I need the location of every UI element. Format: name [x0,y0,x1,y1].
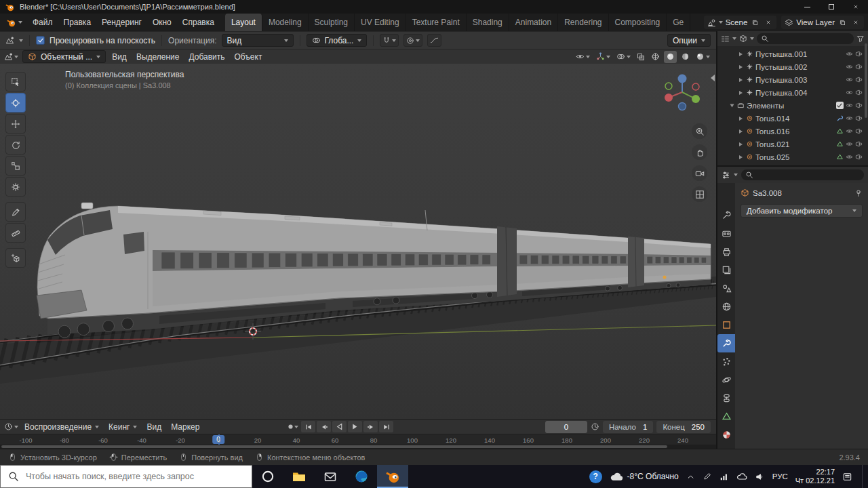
disable-in-render-icon[interactable] [855,140,863,148]
tool-select-box[interactable] [5,72,26,92]
workspace-tab-sculpting[interactable]: Sculpting [309,14,355,31]
properties-tab-world[interactable] [717,298,735,316]
current-frame-field[interactable]: 0 [545,421,587,433]
navigation-gizmo[interactable] [660,70,704,114]
workspace-tab-compositing[interactable]: Compositing [609,14,667,31]
view-layer-selector[interactable]: View Layer [781,16,864,29]
tool-transform[interactable] [5,177,26,197]
hide-in-viewport-icon[interactable] [846,140,853,148]
properties-editor-icon[interactable] [722,171,730,180]
properties-tab-material[interactable] [717,426,735,444]
new-scene-button[interactable] [750,18,760,28]
disable-in-render-icon[interactable] [855,115,863,122]
properties-tab-physics[interactable] [717,371,735,389]
outliner-scrollbar[interactable] [865,43,867,118]
menubar-item[interactable]: Рендеринг [96,14,147,31]
disable-in-render-icon[interactable] [855,76,863,83]
options-dropdown[interactable]: Опции [667,34,711,47]
disclosure-arrow[interactable] [739,117,743,121]
outliner-search[interactable] [757,33,854,44]
hide-in-viewport-icon[interactable] [846,89,853,96]
scene-selector[interactable]: Scene [704,16,777,29]
properties-tab-texture[interactable] [717,444,735,449]
taskbar-app-cortana[interactable] [252,465,283,488]
disclosure-arrow[interactable] [739,155,743,159]
mode-dropdown[interactable]: Объектный ... [22,50,106,63]
viewport-menu-item[interactable]: Добавить [184,49,229,64]
hide-in-viewport-icon[interactable] [846,127,853,135]
tool-cursor[interactable] [5,93,26,113]
workspace-tab-uv-editing[interactable]: UV Editing [355,14,406,31]
taskbar-search[interactable] [0,465,252,488]
workspace-tab-rendering[interactable]: Rendering [558,14,608,31]
workspace-tab-modeling[interactable]: Modeling [262,14,309,31]
workspace-tab-animation[interactable]: Animation [509,14,558,31]
editor-type-icon[interactable] [5,36,14,45]
taskbar-clock[interactable]: 22:17 Чт 02.12.21 [795,468,835,485]
pan-button[interactable] [692,144,707,160]
disable-in-render-icon[interactable] [855,153,863,161]
jump-to-end-button[interactable] [379,421,393,432]
taskbar-app-blender[interactable] [377,465,408,488]
tool-rotate[interactable] [5,135,26,155]
display-mode-icon[interactable] [739,35,747,43]
pivot-point-dropdown[interactable]: Глоба... [307,34,368,47]
blender-menu-button[interactable] [1,18,27,28]
hide-in-viewport-icon[interactable] [846,76,853,83]
show-desktop-strip[interactable] [862,465,865,488]
falloff-button[interactable] [427,34,441,47]
timeline-menu-item[interactable]: Кеинг [104,422,142,432]
camera-view-button[interactable] [692,165,707,181]
xray-toggle[interactable] [635,51,647,63]
disclosure-arrow[interactable] [739,129,743,134]
auto-keying-button[interactable] [285,421,300,432]
network-icon[interactable] [719,472,729,481]
action-center-icon[interactable] [842,472,852,482]
outliner-row[interactable]: Torus.025 [717,150,868,163]
play-reverse-button[interactable] [332,421,347,432]
maximize-button[interactable] [819,0,844,14]
timeline-scrollbar[interactable] [0,445,716,449]
outliner-editor-icon[interactable] [721,35,730,43]
outliner-row[interactable]: Пустышка.001 [717,47,868,60]
timeline-editor-icon[interactable] [4,422,13,431]
workspace-tab-layout[interactable]: Layout [225,14,262,31]
sidebar-collapse-arrow[interactable] [711,75,715,81]
properties-tab-constraints[interactable] [717,389,735,407]
menubar-item[interactable]: Справка [177,14,220,31]
taskbar-app-edge[interactable] [346,465,377,488]
use-preview-range-icon[interactable] [591,422,599,431]
shading-rendered-button[interactable] [694,51,712,63]
help-icon[interactable]: ? [589,470,602,483]
delete-view-layer-button[interactable] [850,18,861,28]
frame-end-field[interactable]: Конец 250 [656,421,711,433]
disable-in-render-icon[interactable] [855,89,863,96]
disclosure-arrow[interactable] [739,52,743,56]
properties-tab-object[interactable] [717,316,735,334]
new-view-layer-button[interactable] [837,18,848,28]
overlays-dropdown[interactable] [614,51,633,63]
disclosure-arrow[interactable] [739,78,743,82]
properties-tab-view-layer[interactable] [717,261,735,279]
outliner-row[interactable]: Элементы [717,99,868,112]
timeline-menu-item[interactable]: Вид [142,422,166,432]
outliner-row[interactable]: Пустышка.004 [717,86,868,99]
orientation-dropdown[interactable]: Вид [222,34,294,47]
properties-search-input[interactable] [756,171,860,179]
menubar-item[interactable]: Файл [27,14,58,31]
outliner-row[interactable]: Torus.021 [717,138,868,150]
viewport-menu-item[interactable]: Выделение [132,49,184,64]
project-onto-plane-checkbox[interactable] [36,36,45,45]
tool-move[interactable] [5,114,26,134]
disclosure-arrow[interactable] [739,142,743,146]
show-objects-dropdown[interactable] [574,51,592,63]
jump-to-start-button[interactable] [301,421,315,432]
hide-in-viewport-icon[interactable] [846,115,853,122]
ortho-toggle-button[interactable] [692,186,707,202]
menubar-item[interactable]: Правка [58,14,97,31]
volume-icon[interactable] [755,472,765,482]
tool-annotate[interactable] [5,202,26,222]
viewport-menu-item[interactable]: Вид [107,49,132,64]
properties-tab-data[interactable] [717,407,735,426]
timeline-ruler[interactable]: 0 -100-80-60-40-200204060801001201401601… [0,434,716,445]
